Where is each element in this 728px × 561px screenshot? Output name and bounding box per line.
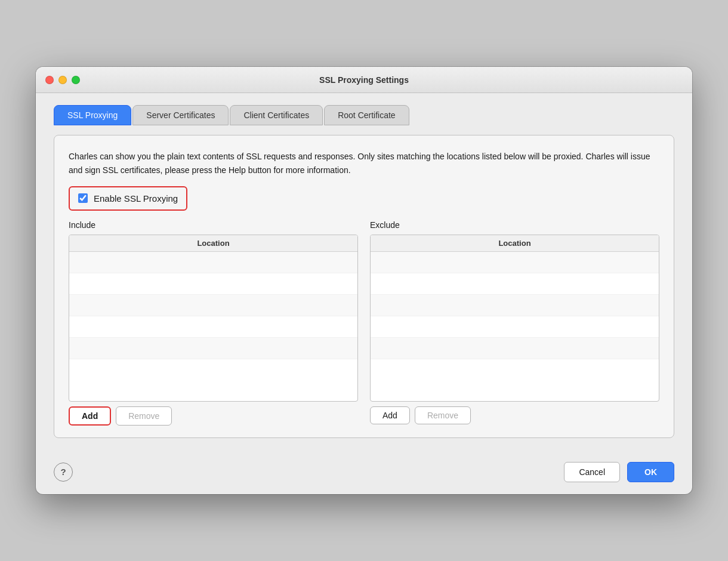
include-table: Location	[69, 235, 358, 402]
window-title: SSL Proxying Settings	[319, 75, 409, 85]
tab-server-certificates[interactable]: Server Certificates	[132, 105, 229, 125]
include-table-body	[69, 252, 357, 381]
tab-ssl-proxying[interactable]: SSL Proxying	[54, 105, 131, 125]
include-remove-button[interactable]: Remove	[116, 406, 172, 426]
enable-ssl-proxying-checkbox[interactable]	[78, 193, 88, 203]
traffic-lights	[45, 76, 80, 84]
table-row	[371, 316, 659, 338]
exclude-table: Location	[370, 235, 659, 402]
table-row	[371, 295, 659, 316]
table-row	[69, 316, 357, 338]
table-row	[371, 273, 659, 295]
table-row	[69, 295, 357, 316]
include-buttons: Add Remove	[69, 406, 358, 426]
table-row	[371, 359, 659, 381]
ok-button[interactable]: OK	[627, 462, 674, 482]
table-row	[69, 359, 357, 381]
include-add-button[interactable]: Add	[69, 406, 111, 426]
maximize-button[interactable]	[72, 76, 80, 84]
table-row	[69, 273, 357, 295]
description-text: Charles can show you the plain text cont…	[69, 150, 659, 177]
tab-root-certificate[interactable]: Root Certificate	[324, 105, 409, 125]
tab-client-certificates[interactable]: Client Certificates	[230, 105, 323, 125]
window: SSL Proxying Settings SSL Proxying Serve…	[36, 67, 692, 494]
exclude-remove-button[interactable]: Remove	[415, 406, 471, 424]
minimize-button[interactable]	[58, 76, 67, 84]
enable-ssl-proxying-container[interactable]: Enable SSL Proxying	[69, 186, 187, 211]
ssl-proxying-panel: Charles can show you the plain text cont…	[54, 135, 674, 438]
close-button[interactable]	[45, 76, 54, 84]
main-content: SSL Proxying Server Certificates Client …	[36, 93, 692, 452]
table-row	[69, 252, 357, 273]
exclude-add-button[interactable]: Add	[370, 406, 410, 424]
enable-ssl-proxying-label: Enable SSL Proxying	[94, 193, 178, 204]
exclude-table-body	[371, 252, 659, 381]
exclude-label: Exclude	[370, 220, 659, 230]
exclude-buttons: Add Remove	[370, 406, 659, 424]
table-row	[371, 252, 659, 273]
cancel-button[interactable]: Cancel	[564, 462, 620, 482]
exclude-section: Exclude Location Add	[370, 220, 659, 426]
table-row	[371, 338, 659, 359]
titlebar: SSL Proxying Settings	[36, 67, 692, 93]
tab-bar: SSL Proxying Server Certificates Client …	[54, 105, 674, 125]
footer: ? Cancel OK	[36, 452, 692, 494]
help-button[interactable]: ?	[54, 463, 73, 482]
footer-actions: Cancel OK	[564, 462, 674, 482]
exclude-table-header: Location	[371, 235, 659, 252]
include-section: Include Location Add	[69, 220, 358, 426]
include-table-header: Location	[69, 235, 357, 252]
table-row	[69, 338, 357, 359]
include-label: Include	[69, 220, 358, 230]
tables-row: Include Location Add	[69, 220, 659, 426]
